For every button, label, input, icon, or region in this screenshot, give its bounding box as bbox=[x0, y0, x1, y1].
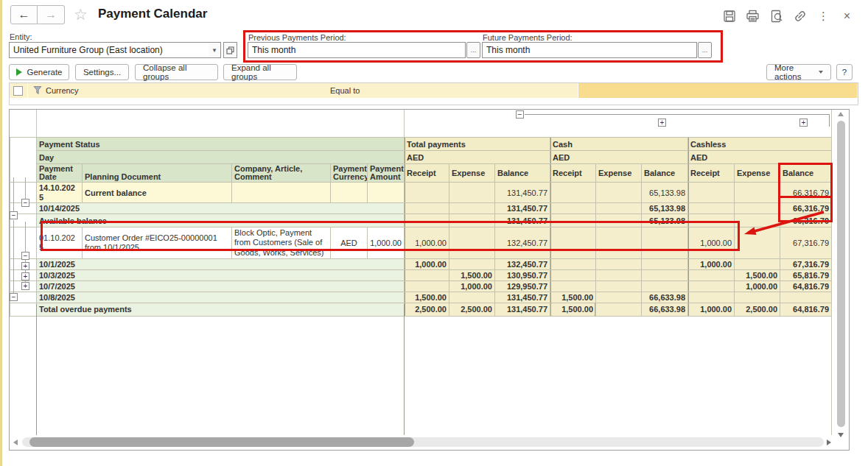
empty-cell[interactable] bbox=[688, 292, 735, 303]
scroll-down-arrow[interactable] bbox=[838, 433, 844, 437]
cell-tp-balance[interactable]: 131,450.77 bbox=[495, 203, 550, 214]
empty-cell[interactable] bbox=[735, 227, 780, 259]
empty-cell[interactable] bbox=[368, 183, 405, 203]
header-cash-balance[interactable]: Balance bbox=[642, 164, 688, 183]
empty-cell[interactable] bbox=[550, 203, 596, 214]
cell-cashless-balance[interactable]: 66,316.79 bbox=[780, 214, 832, 227]
filter-row[interactable]: Currency Equal to bbox=[10, 83, 858, 98]
empty-cell[interactable] bbox=[596, 303, 642, 316]
cell-cashless-balance[interactable]: 66,316.79 bbox=[780, 203, 832, 214]
empty-cell[interactable] bbox=[405, 280, 449, 292]
cell-currency[interactable]: AED bbox=[331, 227, 368, 259]
empty-cell[interactable] bbox=[596, 183, 642, 203]
cell-cashless-expense[interactable]: 1,500.00 bbox=[735, 269, 780, 280]
header-payment-amount[interactable]: Payment Amount bbox=[368, 164, 405, 183]
print-icon[interactable] bbox=[745, 8, 760, 24]
link-icon[interactable] bbox=[792, 8, 808, 24]
cell-tp-receipt[interactable]: 1,500.00 bbox=[405, 292, 449, 303]
empty-cell[interactable] bbox=[642, 280, 688, 292]
header-group-cash[interactable]: Cash bbox=[550, 138, 688, 151]
filter-value-area[interactable] bbox=[578, 83, 857, 98]
empty-cell[interactable] bbox=[642, 269, 688, 280]
more-actions-button[interactable]: More actions bbox=[766, 64, 831, 80]
header-company-article-comment[interactable]: Company, Article, Comment bbox=[232, 164, 331, 183]
empty-cell[interactable] bbox=[449, 203, 495, 214]
cell-document[interactable]: Customer Order #EICO25-00000001 from 10/… bbox=[83, 227, 232, 259]
empty-cell[interactable] bbox=[550, 183, 596, 203]
empty-cell[interactable] bbox=[596, 269, 642, 280]
column-group-collapse-button[interactable]: − bbox=[516, 110, 524, 119]
cell-cashless-expense[interactable]: 1,000.00 bbox=[735, 280, 780, 292]
cell-day-label[interactable]: 10/8/2025 bbox=[37, 292, 405, 303]
header-payment-currency[interactable]: Payment Currency bbox=[331, 164, 368, 183]
close-icon[interactable]: × bbox=[839, 8, 855, 24]
cell-tp-expense[interactable]: 1,500.00 bbox=[449, 269, 495, 280]
preview-icon[interactable] bbox=[769, 8, 784, 24]
more-menu-icon[interactable]: ⋮ bbox=[816, 8, 831, 24]
empty-cell[interactable] bbox=[232, 183, 331, 203]
header-cash-expense[interactable]: Expense bbox=[596, 164, 642, 183]
header-currency-aed[interactable]: AED bbox=[550, 151, 688, 164]
cell-tp-balance[interactable]: 131,450.77 bbox=[495, 214, 550, 227]
cell-cashless-balance[interactable]: 67,316.79 bbox=[780, 258, 832, 269]
empty-cell[interactable] bbox=[405, 183, 449, 203]
vertical-scrollbar-thumb[interactable] bbox=[837, 121, 845, 427]
row-expand-button[interactable]: + bbox=[21, 282, 29, 290]
empty-cell[interactable] bbox=[596, 292, 642, 303]
future-period-input[interactable] bbox=[482, 42, 697, 58]
empty-cell[interactable] bbox=[449, 214, 495, 227]
cell-date[interactable]: 01.10.2025 bbox=[37, 227, 83, 259]
column-group-expand-button[interactable]: + bbox=[658, 119, 666, 127]
header-cashless-expense[interactable]: Expense bbox=[735, 164, 780, 183]
cell-cashless-receipt[interactable]: 1,000.00 bbox=[688, 303, 735, 316]
empty-cell[interactable] bbox=[688, 214, 735, 227]
filter-checkbox[interactable] bbox=[13, 86, 23, 96]
cell-day-label[interactable]: 10/14/2025 bbox=[37, 203, 405, 214]
empty-cell[interactable] bbox=[596, 227, 642, 259]
settings-button[interactable]: Settings... bbox=[75, 64, 129, 80]
cell-tp-expense[interactable]: 1,000.00 bbox=[449, 280, 495, 292]
cell-cash-balance[interactable]: 66,633.98 bbox=[642, 292, 688, 303]
entity-dropdown-button[interactable]: ▾ bbox=[209, 42, 221, 58]
header-cashless-receipt[interactable]: Receipt bbox=[688, 164, 735, 183]
expand-all-groups-button[interactable]: Expand all groups bbox=[223, 64, 297, 80]
cell-cashless-balance[interactable]: 64,816.79 bbox=[780, 303, 832, 316]
cell-cash-receipt[interactable]: 1,500.00 bbox=[550, 292, 596, 303]
header-currency-aed[interactable]: AED bbox=[405, 151, 550, 164]
entity-input[interactable] bbox=[9, 42, 209, 58]
horizontal-scrollbar-thumb[interactable] bbox=[29, 437, 414, 447]
row-collapse-button[interactable]: − bbox=[10, 293, 18, 301]
entity-choose-button[interactable] bbox=[223, 42, 237, 58]
cell-cashless-balance[interactable]: 64,816.79 bbox=[780, 280, 832, 292]
favorite-star-icon[interactable]: ☆ bbox=[74, 6, 88, 24]
cell-date[interactable]: 14.10.2025 bbox=[37, 183, 83, 203]
empty-cell[interactable] bbox=[449, 292, 495, 303]
row-collapse-button[interactable]: − bbox=[21, 252, 29, 260]
cell-cashless-balance[interactable]: 65,816.79 bbox=[780, 269, 832, 280]
empty-cell[interactable] bbox=[688, 280, 735, 292]
empty-cell[interactable] bbox=[688, 269, 735, 280]
cell-company[interactable]: Block Optic, Payment from Customers (Sal… bbox=[232, 227, 331, 259]
empty-cell[interactable] bbox=[642, 258, 688, 269]
cell-cashless-receipt[interactable]: 1,000.00 bbox=[688, 227, 735, 259]
empty-cell[interactable] bbox=[331, 183, 368, 203]
cell-tp-balance[interactable]: 131,450.77 bbox=[495, 303, 550, 316]
scroll-right-arrow[interactable] bbox=[827, 439, 831, 445]
cell-tp-balance[interactable]: 130,950.77 bbox=[495, 269, 550, 280]
header-day[interactable]: Day bbox=[37, 151, 405, 164]
header-currency-aed[interactable]: AED bbox=[688, 151, 832, 164]
cell-tp-expense[interactable]: 2,500.00 bbox=[449, 303, 495, 316]
empty-cell[interactable] bbox=[405, 269, 449, 280]
cell-group-label[interactable]: Total overdue payments bbox=[37, 303, 405, 316]
save-icon[interactable] bbox=[721, 8, 737, 24]
empty-cell[interactable] bbox=[642, 227, 688, 259]
back-button[interactable]: ← bbox=[10, 5, 38, 24]
cell-cashless-expense[interactable]: 2,500.00 bbox=[735, 303, 780, 316]
empty-cell[interactable] bbox=[550, 280, 596, 292]
cell-cashless-balance[interactable]: 66,316.79 bbox=[780, 183, 832, 203]
row-expand-button[interactable]: + bbox=[21, 262, 29, 270]
cell-document[interactable]: Current balance bbox=[83, 183, 232, 203]
cell-tp-balance[interactable]: 129,950.77 bbox=[495, 280, 550, 292]
previous-period-ellipsis-button[interactable]: ... bbox=[466, 42, 480, 58]
cell-tp-receipt[interactable]: 1,000.00 bbox=[405, 258, 449, 269]
